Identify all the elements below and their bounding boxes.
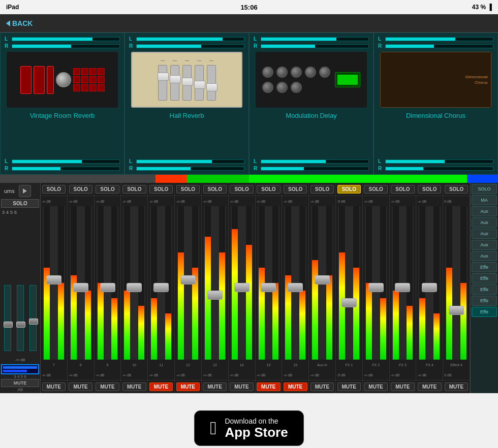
right-panel-button-7[interactable]: Effe — [472, 273, 497, 283]
meter-bar-l — [12, 37, 120, 41]
fader-area-16 — [282, 206, 308, 360]
db-top-8: -∞ dB — [69, 200, 78, 203]
meter-label-rb: R — [378, 166, 383, 171]
mute-button-FX3[interactable]: MUTE — [391, 382, 415, 391]
right-panel-button-9[interactable]: Effe — [472, 296, 497, 306]
appstore-button[interactable]:  Download on the App Store — [194, 410, 303, 446]
solo-button-Eff4[interactable]: SOLO — [445, 185, 468, 194]
mod-knob[interactable] — [319, 67, 330, 78]
solo-row-FX3: SOLO — [390, 183, 416, 196]
solo-button-12[interactable]: SOLO — [176, 185, 200, 194]
mute-button-11[interactable]: MUTE — [149, 382, 173, 391]
solo-button-10[interactable]: SOLO — [122, 185, 146, 194]
right-panel-button-5[interactable]: Aux — [472, 251, 497, 261]
vr-knob[interactable] — [56, 72, 71, 87]
fader-thumb-FX1[interactable] — [341, 298, 357, 307]
solo-button-13[interactable]: SOLO — [203, 185, 227, 194]
mute-button-14[interactable]: MUTE — [230, 382, 254, 391]
mute-button-8[interactable]: MUTE — [69, 382, 92, 391]
solo-button-14[interactable]: SOLO — [230, 185, 253, 194]
solo-button-FX2[interactable]: SOLO — [364, 185, 387, 194]
right-panel-button-1[interactable]: Aux — [472, 206, 497, 216]
right-panel-button-8[interactable]: Effe — [472, 284, 497, 295]
solo-button-FX3[interactable]: SOLO — [391, 185, 414, 194]
right-panel-button-0[interactable]: MA — [472, 195, 497, 205]
meter-fill-rb — [12, 167, 60, 170]
solo-button-8[interactable]: SOLO — [69, 185, 92, 194]
mute-row-9: MUTE — [95, 380, 121, 393]
fader-thumb-FX2[interactable] — [368, 283, 384, 292]
mod-knob[interactable] — [262, 67, 273, 78]
fader-thumb-FX4[interactable] — [422, 283, 437, 292]
mute-button-16[interactable]: MUTE — [284, 382, 307, 391]
fader-thumb-AuxIn[interactable] — [315, 275, 330, 284]
mod-knob[interactable] — [291, 82, 302, 93]
back-button[interactable]: BACK — [6, 19, 33, 27]
mute-button-FX2[interactable]: MUTE — [364, 382, 388, 391]
mute-button-9[interactable]: MUTE — [96, 382, 119, 391]
hall-fader-thumb-2[interactable] — [182, 78, 193, 86]
fader-thumb-12[interactable] — [180, 275, 196, 284]
solo-button-FX1[interactable]: SOLO — [337, 185, 361, 194]
solo-row-FX2: SOLO — [363, 183, 389, 196]
mute-button-FX1[interactable]: MUTE — [337, 382, 361, 391]
solo-button-16[interactable]: SOLO — [284, 185, 307, 194]
solo-button-7[interactable]: SOLO — [42, 185, 66, 194]
mute-button-15[interactable]: MUTE — [257, 382, 281, 391]
right-solo-button[interactable]: SOLO — [472, 184, 497, 194]
mod-knob[interactable] — [305, 67, 316, 78]
solo-button-AuxIn[interactable]: SOLO — [310, 185, 334, 194]
effect-panel-vintage-room-reverb[interactable]: L R Vintage Room Reverb L — [0, 33, 124, 175]
mute-button-7[interactable]: MUTE — [42, 382, 66, 391]
mute-button-FX4[interactable]: MUTE — [418, 382, 442, 391]
mute-button-12[interactable]: MUTE — [176, 382, 200, 391]
mod-knob[interactable] — [262, 82, 273, 93]
fader-thumb-9[interactable] — [100, 283, 115, 292]
fader-thumb-16[interactable] — [288, 283, 303, 292]
solo-button-9[interactable]: SOLO — [96, 185, 119, 194]
drums-play-button[interactable] — [19, 185, 31, 197]
mute-button-10[interactable]: MUTE — [122, 382, 146, 391]
effect-panel-hall-reverb[interactable]: L R ━━ ━━ — [124, 33, 249, 175]
solo-button-11[interactable]: SOLO — [149, 185, 173, 194]
solo-button-FX4[interactable]: SOLO — [418, 185, 441, 194]
fader-thumb-15[interactable] — [261, 283, 276, 292]
effect-panel-dimensional-chorus[interactable]: L R DimensionalChorus Dimensional Chorus… — [374, 33, 498, 175]
solo-button-15[interactable]: SOLO — [257, 185, 280, 194]
fader-thumb-8[interactable] — [73, 283, 88, 292]
drums-solo-button[interactable]: SOLO — [1, 199, 39, 208]
drums-mute-button[interactable]: MUTE — [1, 379, 39, 387]
mute-button-Eff4[interactable]: MUTE — [445, 382, 469, 391]
fader-thumb-14[interactable] — [234, 283, 250, 292]
right-panel-button-3[interactable]: Aux — [472, 229, 497, 239]
hall-fader-thumb-0[interactable] — [158, 73, 169, 81]
color-block-3 — [94, 175, 124, 183]
fader-thumb-FX3[interactable] — [395, 283, 410, 292]
fader-thumb-Eff4[interactable] — [449, 306, 464, 315]
db-top-AuxIn: -∞ dB — [310, 200, 319, 203]
mute-button-AuxIn[interactable]: MUTE — [310, 382, 334, 391]
mod-knob[interactable] — [276, 67, 288, 78]
appstore-line2: App Store — [225, 425, 288, 440]
fader-thumb-7[interactable] — [46, 275, 61, 284]
mute-row-7: MUTE — [41, 380, 67, 393]
mod-knob[interactable] — [276, 82, 288, 93]
hall-fader-thumb-3[interactable] — [194, 81, 205, 89]
db-bottom-14: -∞ dB — [229, 370, 255, 380]
hall-fader-thumb-4[interactable] — [206, 83, 217, 91]
fader-thumb-11[interactable] — [153, 283, 169, 292]
right-panel-button-4[interactable]: Aux — [472, 240, 497, 250]
mod-knob[interactable] — [291, 67, 302, 78]
mute-button-13[interactable]: MUTE — [203, 382, 227, 391]
right-panel-button-6[interactable]: Effe — [472, 262, 497, 272]
meter-fill-r — [12, 45, 71, 48]
fader-thumb-13[interactable] — [207, 291, 223, 300]
right-panel-eff-button[interactable]: Effe — [472, 307, 497, 317]
hall-fader-thumb-1[interactable] — [170, 75, 181, 83]
right-panel-button-2[interactable]: Aux — [472, 217, 497, 228]
effect-panel-modulation-delay[interactable]: L R Mo — [249, 33, 374, 175]
fader-thumb-10[interactable] — [127, 283, 142, 292]
ch-label-text-16: 16 — [293, 363, 297, 367]
db-row-FX1: -5 dB — [336, 196, 362, 206]
color-strip — [0, 175, 498, 183]
